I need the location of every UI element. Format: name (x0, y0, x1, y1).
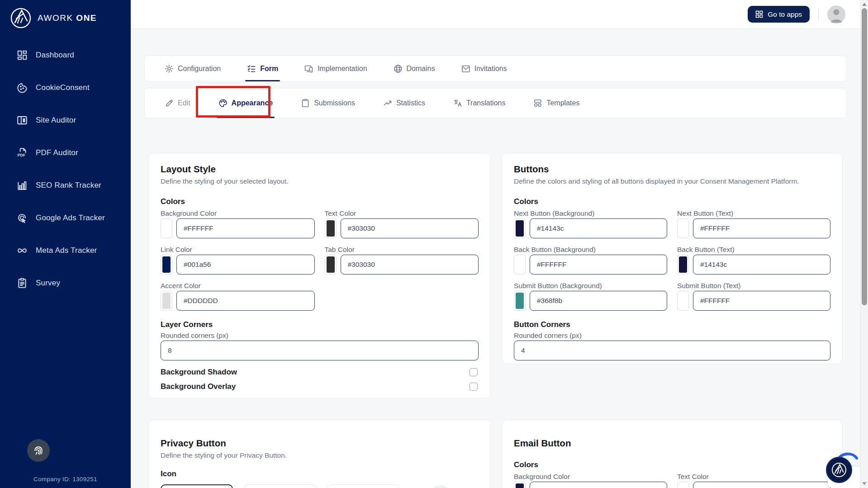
color-swatch[interactable] (161, 255, 172, 275)
color-swatch[interactable] (514, 218, 526, 238)
scrollbar-thumb[interactable] (862, 8, 867, 305)
sidebar-item-cookieconsent[interactable]: CookieConsent (0, 71, 131, 104)
sidebar-item-seo-rank-tracker[interactable]: SEO Rank Tracker (0, 169, 131, 202)
color-input[interactable] (530, 482, 667, 488)
color-input[interactable] (693, 255, 830, 275)
sidebar-item-google-ads-tracker[interactable]: Google Ads Tracker (0, 202, 131, 234)
sidebar-item-site-auditor[interactable]: Site Auditor (0, 104, 131, 137)
tab-statistics[interactable]: Statistics (383, 88, 425, 118)
scrollbar[interactable] (860, 0, 868, 488)
color-input[interactable] (530, 255, 667, 275)
sidebar-item-meta-ads-tracker[interactable]: Meta Ads Tracker (0, 234, 131, 267)
field-link-color: Link Color (161, 246, 315, 275)
sidebar-item-pdf-auditor[interactable]: PDF PDF Auditor (0, 137, 131, 169)
color-swatch[interactable] (677, 482, 689, 488)
scrollbar-down-arrow-icon[interactable] (862, 482, 867, 485)
color-input[interactable] (176, 218, 315, 238)
settings-grid: Layout Style Define the styling of your … (148, 153, 868, 488)
tab-domains[interactable]: Domains (394, 56, 435, 81)
sidebar-item-dashboard[interactable]: Dashboard (0, 39, 131, 71)
cookie-icon (16, 82, 28, 94)
color-swatch[interactable] (677, 255, 689, 275)
field-label: Accent Color (161, 282, 315, 289)
tab-form[interactable]: Form (247, 56, 278, 81)
color-swatch[interactable] (161, 218, 172, 238)
tab-configuration[interactable]: Configuration (165, 56, 221, 81)
field-label: Tab Color (325, 246, 479, 253)
color-input[interactable] (530, 218, 667, 238)
color-input[interactable] (693, 218, 830, 238)
field-email-background-color: Background Color (514, 473, 667, 488)
sidebar-nav: Dashboard CookieConsent Site Auditor PDF (0, 39, 131, 299)
user-avatar[interactable] (827, 5, 845, 24)
tab-submissions[interactable]: Submissions (301, 88, 355, 118)
rounded-corners-label: Rounded corners (px) (161, 332, 479, 339)
tab-edit[interactable]: Edit (165, 88, 190, 118)
color-swatch[interactable] (677, 218, 689, 238)
field-label: Next Button (Background) (514, 209, 667, 217)
main-content: Configuration Form Implementation (131, 29, 868, 488)
floating-widget (824, 451, 865, 488)
tab-appearance[interactable]: Appearance (218, 88, 273, 118)
field-label: Text Color (325, 209, 479, 217)
color-input[interactable] (176, 291, 315, 311)
tab-templates[interactable]: Templates (533, 88, 579, 118)
field-label: Back Button (Background) (514, 246, 667, 253)
background-shadow-checkbox[interactable] (470, 368, 478, 376)
fingerprint-icon (33, 445, 44, 456)
toggle-label: Background Overlay (161, 382, 236, 391)
privacy-icon-option-shield[interactable] (161, 484, 233, 488)
tab-implementation[interactable]: Implementation (304, 56, 367, 81)
color-swatch[interactable] (514, 482, 526, 488)
privacy-icon-option-faded[interactable] (428, 485, 452, 488)
toggle-background-overlay: Background Overlay (161, 382, 479, 391)
color-swatch-fill (327, 256, 335, 273)
color-swatch[interactable] (514, 291, 526, 311)
field-label: Link Color (161, 246, 315, 253)
sidebar-item-survey[interactable]: Survey (0, 267, 131, 299)
color-swatch-fill (516, 293, 524, 309)
privacy-button-card: Privacy Button Define the styling of you… (148, 420, 491, 488)
color-input[interactable] (530, 291, 667, 311)
field-submit-button-background: Submit Button (Background) (514, 282, 667, 311)
apps-grid-icon (755, 10, 763, 18)
layer-corners-input[interactable] (161, 341, 479, 360)
scrollbar-up-arrow-icon[interactable] (862, 3, 867, 6)
color-swatch-fill (162, 256, 171, 273)
secondary-tab-bar: Edit Appearance Submissions Sta (144, 88, 847, 118)
layout-style-card: Layout Style Define the styling of your … (148, 153, 491, 398)
color-input[interactable] (341, 218, 479, 238)
color-input[interactable] (693, 291, 830, 311)
bar-chart-icon (16, 180, 28, 191)
icon-heading: Icon (161, 469, 479, 479)
color-swatch[interactable] (514, 255, 526, 275)
pencil-icon (165, 99, 174, 108)
tab-translations[interactable]: Translations (453, 88, 506, 118)
checklist-icon (247, 64, 256, 73)
go-to-apps-button[interactable]: Go to apps (748, 6, 810, 23)
primary-tab-bar: Configuration Form Implementation (144, 55, 847, 82)
background-overlay-checkbox[interactable] (470, 383, 478, 391)
privacy-icon-option-cookie[interactable] (327, 484, 399, 488)
color-swatch[interactable] (677, 291, 689, 311)
color-input[interactable] (693, 482, 830, 488)
meta-infinity-icon (16, 245, 28, 256)
active-tab-underline (217, 117, 275, 118)
field-next-button-background: Next Button (Background) (514, 209, 667, 238)
privacy-icon-option-clipboard[interactable] (244, 484, 316, 488)
card-title: Layout Style (161, 163, 479, 175)
fingerprint-button[interactable] (27, 439, 50, 462)
color-input[interactable] (341, 255, 479, 275)
tab-invitations[interactable]: Invitations (461, 56, 507, 81)
brand-logo[interactable]: AWORK ONE (0, 0, 131, 29)
color-swatch[interactable] (325, 255, 337, 275)
color-swatch[interactable] (161, 291, 172, 311)
color-swatch[interactable] (325, 218, 337, 238)
widget-logo-button[interactable] (826, 457, 852, 483)
button-corners-input[interactable] (514, 341, 830, 360)
color-input[interactable] (176, 255, 315, 275)
colors-heading: Colors (514, 197, 830, 207)
color-swatch-fill (162, 220, 171, 237)
gear-icon (165, 64, 174, 73)
trending-up-icon (383, 99, 392, 108)
